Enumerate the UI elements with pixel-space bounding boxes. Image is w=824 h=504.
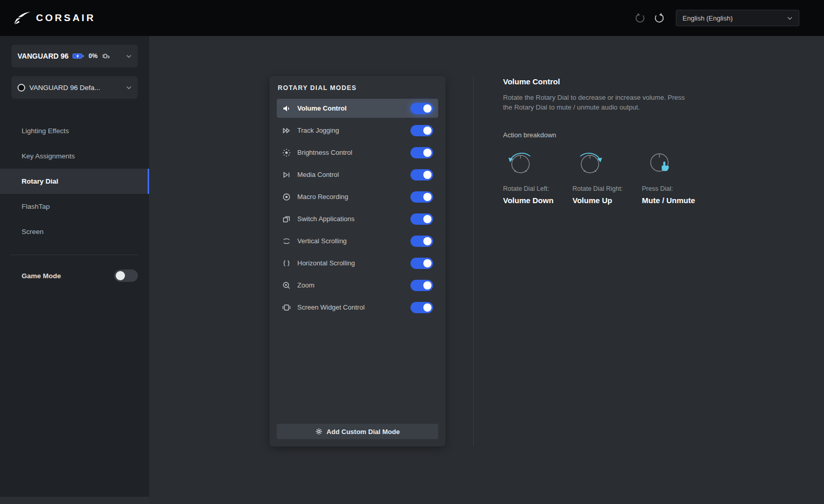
- sidebar: VANGUARD 96 0% VANGUARD 96 Defa...: [0, 36, 149, 504]
- profile-selector[interactable]: VANGUARD 96 Defa...: [11, 76, 138, 99]
- mode-detail-panel: Volume Control Rotate the Rotary Dial to…: [503, 77, 750, 205]
- action-name: Press Dial:: [642, 185, 711, 192]
- sidebar-bottom-strip: [0, 497, 149, 504]
- panel-title: ROTARY DIAL MODES: [278, 84, 437, 92]
- dial-mode-label: Track Jogging: [297, 127, 339, 134]
- zoom-icon: [282, 281, 291, 290]
- sidebar-item-lighting-effects[interactable]: Lighting Effects: [0, 118, 149, 143]
- dial-mode-row-switch-applications[interactable]: Switch Applications: [277, 209, 438, 228]
- dial-mode-toggle[interactable]: [410, 125, 433, 136]
- dial-mode-row-zoom[interactable]: Zoom: [277, 276, 438, 295]
- dial-mode-label: Zoom: [297, 281, 314, 289]
- brightness-icon: [282, 148, 291, 157]
- nav-item-label: Rotary Dial: [22, 177, 58, 185]
- dial-mode-label: Horizontal Scrolling: [297, 259, 355, 267]
- track-jogging-icon: [282, 126, 291, 135]
- redo-icon[interactable]: [652, 11, 667, 25]
- action-breakdown-label: Action breakdown: [503, 131, 750, 139]
- sidebar-item-key-assignments[interactable]: Key Assignments: [0, 143, 149, 169]
- action-value: Volume Down: [503, 196, 572, 205]
- dial-mode-label: Brightness Control: [297, 149, 352, 156]
- gear-plus-icon: [315, 428, 323, 435]
- action-breakdown: Rotate Dial Left: Volume Down Rotate Dia…: [503, 146, 750, 205]
- chevron-down-icon: [787, 16, 793, 20]
- sidebar-item-rotary-dial[interactable]: Rotary Dial: [0, 169, 149, 194]
- vertical-divider: [473, 76, 474, 446]
- add-custom-dial-mode-label: Add Custom Dial Mode: [327, 428, 400, 436]
- action-rotate-right: Rotate Dial Right: Volume Up: [572, 146, 642, 205]
- dial-mode-row-macro-recording[interactable]: Macro Recording: [277, 187, 438, 206]
- corsair-logo-icon: [13, 11, 31, 25]
- device-name: VANGUARD 96: [17, 52, 68, 60]
- dial-mode-row-vertical-scrolling[interactable]: Vertical Scrolling: [277, 231, 438, 250]
- nav-item-label: Lighting Effects: [22, 127, 69, 135]
- dial-mode-label: Macro Recording: [297, 193, 348, 201]
- dial-mode-label: Media Control: [297, 171, 339, 178]
- dial-mode-row-screen-widget-control[interactable]: Screen Widget Control: [277, 298, 438, 317]
- sidebar-divider: [10, 255, 139, 255]
- dial-mode-row-volume-control[interactable]: Volume Control: [277, 99, 438, 118]
- rotate-dial-right-icon: [570, 146, 642, 179]
- language-select-value: English (English): [683, 14, 733, 22]
- dial-mode-toggle[interactable]: [410, 103, 433, 114]
- profile-name: VANGUARD 96 Defa...: [29, 84, 100, 92]
- detail-title: Volume Control: [503, 77, 750, 86]
- press-dial-icon: [640, 146, 711, 179]
- nav-item-label: Key Assignments: [22, 152, 75, 160]
- dial-mode-toggle[interactable]: [410, 147, 433, 158]
- dial-mode-toggle[interactable]: [410, 213, 433, 225]
- action-rotate-left: Rotate Dial Left: Volume Down: [503, 146, 572, 205]
- switch-apps-icon: [282, 214, 291, 224]
- rotary-dial-modes-panel: ROTARY DIAL MODES Volume Control Track J…: [270, 76, 445, 446]
- record-icon: [282, 192, 291, 202]
- chevron-down-icon: [126, 86, 132, 89]
- nav-item-label: FlashTap: [22, 203, 50, 210]
- horizontal-scroll-icon: [282, 259, 291, 268]
- dial-mode-label: Volume Control: [297, 104, 347, 112]
- action-press-dial: Press Dial: Mute / Unmute: [642, 146, 711, 205]
- dial-mode-label: Switch Applications: [297, 215, 354, 223]
- game-mode-row: Game Mode: [0, 265, 149, 286]
- action-name: Rotate Dial Right:: [572, 185, 642, 192]
- battery-charging-icon: [73, 53, 84, 59]
- device-selector[interactable]: VANGUARD 96 0%: [11, 45, 138, 67]
- brand: CORSAIR: [13, 11, 96, 25]
- brand-wordmark: CORSAIR: [36, 12, 96, 24]
- action-value: Volume Up: [572, 196, 642, 205]
- nav-item-label: Screen: [22, 228, 44, 236]
- dial-mode-toggle[interactable]: [410, 236, 433, 247]
- dial-mode-label: Vertical Scrolling: [297, 237, 347, 245]
- battery-percentage: 0%: [88, 52, 97, 60]
- add-custom-dial-mode-button[interactable]: Add Custom Dial Mode: [277, 424, 438, 439]
- app-header: CORSAIR English (English): [0, 0, 824, 36]
- sidebar-nav: Lighting Effects Key Assignments Rotary …: [0, 118, 149, 244]
- action-value: Mute / Unmute: [642, 196, 711, 205]
- language-select[interactable]: English (English): [676, 10, 799, 26]
- dial-mode-row-media-control[interactable]: Media Control: [277, 165, 438, 184]
- game-mode-toggle[interactable]: [114, 269, 138, 282]
- dial-mode-label: Screen Widget Control: [297, 303, 365, 311]
- dial-mode-toggle[interactable]: [410, 258, 433, 269]
- volume-icon: [282, 104, 291, 113]
- dial-mode-toggle[interactable]: [410, 280, 433, 291]
- profile-color-icon: [17, 84, 25, 92]
- vertical-scroll-icon: [282, 237, 291, 246]
- dial-mode-row-horizontal-scrolling[interactable]: Horizontal Scrolling: [277, 254, 438, 273]
- media-play-pause-icon: [282, 170, 291, 179]
- sidebar-item-flashtap[interactable]: FlashTap: [0, 194, 149, 219]
- sidebar-item-screen[interactable]: Screen: [0, 219, 149, 244]
- action-name: Rotate Dial Left:: [503, 185, 572, 192]
- dial-mode-row-track-jogging[interactable]: Track Jogging: [277, 121, 438, 140]
- plug-icon: [102, 53, 111, 59]
- dial-mode-toggle[interactable]: [410, 169, 433, 181]
- undo-icon[interactable]: [633, 11, 647, 25]
- dial-mode-toggle[interactable]: [410, 191, 433, 203]
- screen-widget-icon: [282, 303, 291, 312]
- dial-mode-toggle[interactable]: [410, 302, 433, 313]
- dial-mode-row-brightness-control[interactable]: Brightness Control: [277, 143, 438, 162]
- rotate-dial-left-icon: [501, 146, 572, 179]
- chevron-down-icon: [126, 55, 132, 58]
- detail-description: Rotate the Rotary Dial to decrease or in…: [503, 93, 694, 113]
- game-mode-label: Game Mode: [22, 272, 61, 280]
